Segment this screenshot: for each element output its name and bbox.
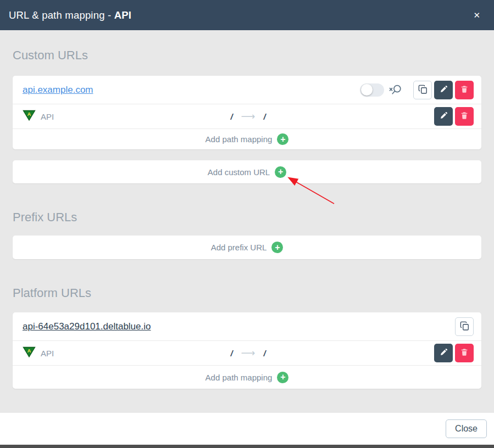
- custom-url-link[interactable]: api.example.com: [23, 85, 93, 96]
- platform-path-mapping-row: A API / ⟶ /: [13, 340, 481, 365]
- add-path-mapping-label: Add path mapping: [206, 135, 273, 144]
- source-path: /: [230, 349, 232, 358]
- close-icon[interactable]: ✕: [473, 10, 480, 20]
- modal-title-prefix: URL & path mapping -: [9, 9, 114, 21]
- copy-icon: [418, 84, 428, 96]
- custom-url-row: api.example.com: [13, 76, 481, 104]
- app-icon: A: [23, 110, 36, 124]
- modal-title-app: API: [114, 9, 131, 21]
- modal-footer: Close: [0, 413, 494, 445]
- pencil-icon: [439, 111, 448, 122]
- delete-mapping-button[interactable]: [455, 107, 474, 126]
- add-custom-url-card: Add custom URL +: [13, 160, 481, 183]
- copy-platform-url-button[interactable]: [455, 317, 474, 336]
- add-path-mapping-row: Add path mapping +: [13, 365, 481, 389]
- copy-url-button[interactable]: [413, 81, 432, 99]
- source-path: /: [230, 112, 232, 121]
- plus-icon: +: [271, 242, 283, 253]
- copy-icon: [459, 321, 470, 333]
- add-custom-url-label: Add custom URL: [208, 167, 270, 177]
- mapping-controls: [266, 107, 474, 126]
- close-button[interactable]: Close: [446, 419, 487, 438]
- platform-url-link[interactable]: api-64e53a29d101.deltablue.io: [23, 321, 151, 332]
- maps-to-arrow-icon: ⟶: [241, 348, 256, 358]
- maps-to-arrow-icon: ⟶: [241, 111, 256, 121]
- modal-title: URL & path mapping - API: [9, 9, 131, 21]
- add-prefix-url-button[interactable]: Add prefix URL +: [211, 242, 284, 253]
- add-custom-url-button[interactable]: Add custom URL +: [208, 166, 286, 178]
- trash-icon: [460, 85, 469, 96]
- app-icon: A: [23, 346, 36, 360]
- trash-icon: [460, 348, 469, 359]
- mapping-app: A API: [23, 346, 230, 360]
- custom-urls-heading: Custom URLs: [13, 48, 481, 63]
- path-mapping-values: / ⟶ /: [230, 111, 265, 121]
- add-path-mapping-row: Add path mapping +: [13, 128, 481, 149]
- mapping-controls: [266, 344, 474, 362]
- add-path-mapping-button[interactable]: Add path mapping +: [206, 372, 289, 383]
- url-path-mapping-modal: URL & path mapping - API ✕ Custom URLs a…: [0, 0, 494, 448]
- delete-mapping-button[interactable]: [455, 344, 474, 362]
- plus-icon: +: [277, 372, 288, 383]
- path-mapping-values: / ⟶ /: [230, 348, 265, 358]
- add-path-mapping-button[interactable]: Add path mapping +: [206, 133, 289, 145]
- page-background-strip: [0, 445, 494, 448]
- add-path-mapping-label: Add path mapping: [206, 373, 273, 382]
- platform-urls-heading: Platform URLs: [13, 286, 481, 300]
- custom-url-controls: [360, 81, 474, 99]
- plus-icon: +: [275, 166, 286, 178]
- modal-body: Custom URLs api.example.com: [0, 30, 494, 413]
- custom-path-mapping-row: A API / ⟶ /: [13, 104, 481, 128]
- prefix-urls-heading: Prefix URLs: [13, 210, 481, 225]
- platform-url-controls: [455, 317, 474, 336]
- toggle-knob: [361, 84, 373, 96]
- url-toggle[interactable]: [360, 83, 384, 97]
- edit-mapping-button[interactable]: [434, 344, 453, 362]
- modal-header: URL & path mapping - API ✕: [0, 0, 494, 30]
- custom-url-card: api.example.com: [13, 76, 481, 149]
- platform-url-row: api-64e53a29d101.deltablue.io: [13, 312, 481, 340]
- edit-mapping-button[interactable]: [434, 107, 453, 126]
- pencil-icon: [439, 85, 448, 96]
- add-prefix-url-label: Add prefix URL: [211, 243, 267, 252]
- app-label: API: [41, 349, 54, 358]
- pencil-icon: [439, 348, 448, 359]
- app-icon-letter: A: [27, 348, 31, 354]
- trash-icon: [460, 111, 469, 122]
- plus-icon: +: [277, 133, 288, 145]
- mapping-app: A API: [23, 110, 230, 124]
- delete-url-button[interactable]: [455, 81, 474, 99]
- app-icon-letter: A: [27, 111, 31, 117]
- search-exclude-icon[interactable]: [388, 83, 402, 97]
- platform-url-card: api-64e53a29d101.deltablue.io A API: [13, 312, 481, 389]
- add-prefix-url-card: Add prefix URL +: [13, 236, 481, 259]
- edit-url-button[interactable]: [434, 81, 453, 99]
- app-label: API: [41, 112, 54, 121]
